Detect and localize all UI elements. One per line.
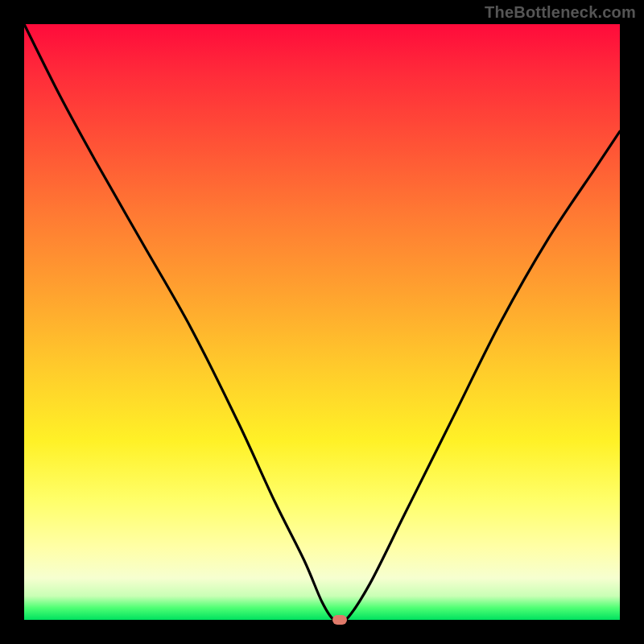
bottleneck-curve: [24, 24, 620, 620]
chart-frame: TheBottleneck.com: [0, 0, 644, 644]
plot-area: [24, 24, 620, 620]
optimal-point-marker: [332, 615, 347, 625]
watermark-text: TheBottleneck.com: [485, 3, 636, 22]
